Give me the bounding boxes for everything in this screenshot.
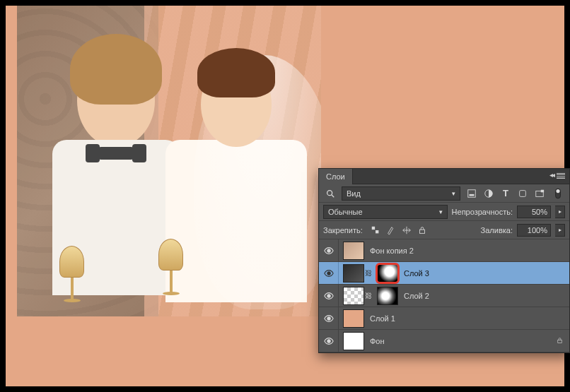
filter-type-icon[interactable]: T [499,187,513,200]
svg-rect-2 [468,189,476,197]
visibility-eye-icon[interactable] [319,285,339,307]
visibility-eye-icon[interactable] [319,262,339,284]
chevron-down-icon: ▾ [452,190,455,197]
panel-menu-icon[interactable] [555,171,566,181]
filter-adjustment-icon[interactable] [482,187,496,200]
fill-label: Заливка: [481,226,513,234]
link-icon[interactable]: ⛓ [364,292,373,299]
svg-point-0 [327,190,332,195]
filter-smart-icon[interactable] [533,187,547,200]
blend-opacity-row: Обычные ▾ Непрозрачность: 50% ▸ [319,203,569,221]
lock-transparency-icon[interactable] [370,225,381,236]
svg-rect-18 [558,340,562,343]
lock-label: Закрепить: [323,226,363,234]
layers-list: Фон копия 2⛓Слой 3⛓Слой 2Слой 1Фон [319,239,569,352]
svg-rect-3 [470,194,475,196]
svg-point-16 [327,316,330,319]
filter-type-select[interactable]: Вид ▾ [342,186,460,201]
champagne-glass [158,239,183,295]
layer-thumbnail[interactable] [343,264,364,283]
lock-icon [556,336,564,346]
layer-name-label[interactable]: Фон копия 2 [370,247,564,255]
layer-row[interactable]: ⛓Слой 2 [319,285,569,307]
svg-point-14 [327,271,330,274]
layer-mask-thumbnail[interactable] [377,287,398,305]
layers-panel: Слои ◂◂ Вид ▾ T Обычные ▾ Непрозрачность… [318,168,570,353]
fill-input[interactable]: 100% [517,224,551,237]
layer-mask-thumbnail[interactable] [377,264,398,283]
layer-thumbnail[interactable] [343,287,364,305]
svg-point-17 [327,339,330,342]
layer-row[interactable]: Фон [319,330,569,352]
lock-all-icon[interactable] [417,225,428,236]
fill-flyout[interactable]: ▸ [555,224,565,237]
layer-name-label[interactable]: Слой 1 [370,314,564,323]
layer-thumbnail[interactable] [343,309,364,328]
svg-rect-5 [520,190,526,196]
lock-fill-row: Закрепить: Заливка: 100% ▸ [319,221,569,239]
layer-row[interactable]: Слой 1 [319,307,569,330]
layer-row[interactable]: Фон копия 2 [319,239,569,262]
composite-image [17,6,321,316]
panel-tab-bar: Слои ◂◂ [319,169,569,184]
svg-point-15 [327,294,330,297]
filter-icon-strip: T [465,187,547,200]
blend-mode-select[interactable]: Обычные ▾ [323,205,448,219]
layer-name-label[interactable]: Слой 2 [404,292,564,300]
layer-filter-row: Вид ▾ T [319,184,569,203]
filter-pixel-icon[interactable] [465,187,479,200]
layer-thumbnail[interactable] [343,242,364,260]
visibility-eye-icon[interactable] [319,330,339,352]
layer-name-label[interactable]: Слой 3 [404,269,564,278]
layer-row[interactable]: ⛓Слой 3 [319,262,569,285]
link-icon[interactable]: ⛓ [364,269,373,277]
highlight-ring [376,263,400,284]
svg-line-1 [332,194,335,197]
opacity-flyout[interactable]: ▸ [555,206,565,218]
opacity-label: Непрозрачность: [452,208,513,216]
lock-pixels-icon[interactable] [385,225,397,236]
search-icon[interactable] [323,187,337,200]
filter-type-value: Вид [347,189,361,198]
tab-layers[interactable]: Слои [319,169,353,184]
chevron-down-icon: ▾ [439,208,443,215]
layer-name-label[interactable]: Фон [370,337,556,345]
layer-thumbnail[interactable] [343,332,364,350]
svg-rect-12 [419,230,424,233]
opacity-input[interactable]: 50% [517,206,551,218]
filter-shape-icon[interactable] [516,187,530,200]
champagne-glass [59,246,84,302]
svg-point-9 [556,189,559,193]
blend-mode-value: Обычные [328,208,363,216]
collapse-icon[interactable]: ◂◂ [549,171,554,179]
svg-rect-11 [376,230,378,233]
svg-rect-10 [372,226,375,229]
svg-point-13 [327,249,330,251]
filter-toggle-switch[interactable] [551,187,565,200]
lock-position-icon[interactable] [401,225,412,236]
visibility-eye-icon[interactable] [319,307,339,329]
visibility-eye-icon[interactable] [319,239,339,261]
svg-rect-7 [541,189,544,192]
